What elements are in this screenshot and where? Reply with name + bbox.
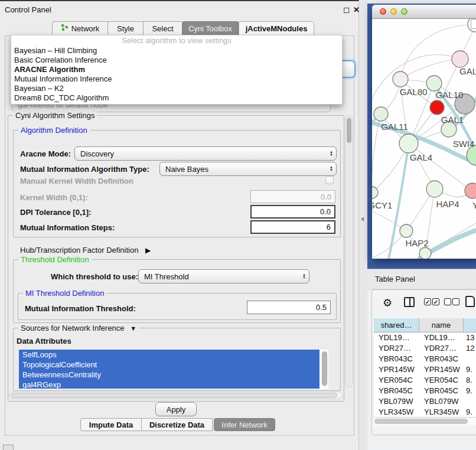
tab-style-label: Style <box>117 24 134 33</box>
column-header-shared-name[interactable]: shared… <box>374 318 419 332</box>
dpi-tolerance-field[interactable]: 0.0 <box>250 205 335 219</box>
scrollbar-thumb[interactable] <box>347 118 351 143</box>
table-row[interactable]: YBR043C YBR043C <box>374 354 476 364</box>
node-label: GAL11 <box>381 122 408 132</box>
network-node[interactable] <box>374 107 388 121</box>
column-header-name[interactable]: name <box>419 318 464 332</box>
network-node[interactable] <box>465 183 476 198</box>
node-label: HAP2 <box>405 238 428 248</box>
node-label: GCY1 <box>372 200 392 210</box>
mi-threshold-definition-title: MI Threshold Definition <box>23 289 106 298</box>
zoom-window-icon[interactable] <box>401 8 407 15</box>
algorithm-option[interactable]: Dream8 DC_TDC Algorithm <box>11 93 342 103</box>
algorithm-option[interactable]: Mutual Information Inference <box>11 74 342 84</box>
kernel-width-value: 0.0 <box>321 193 331 201</box>
table-row[interactable]: YDR27… YDR27… 12 <box>374 343 476 354</box>
canvas-widget-partial[interactable] <box>471 19 476 29</box>
network-node[interactable] <box>419 247 431 259</box>
table-row[interactable]: YER054C YER054C 8. <box>374 375 476 386</box>
aracne-mode-value: Discovery <box>80 149 327 158</box>
table-panel-title: Table Panel <box>375 275 415 283</box>
settings-horizontal-scrollbar[interactable] <box>9 392 343 399</box>
hub-definition-label: Hub/Transcription Factor Definition <box>20 246 138 255</box>
tab-infer-network-label: Infer Network <box>221 420 267 429</box>
algorithm-option[interactable]: Bayesian – Hill Climbing <box>11 46 342 56</box>
deselect-all-icon[interactable] <box>444 298 459 305</box>
table-row[interactable]: YBL079W YBL079W <box>374 396 476 407</box>
network-node[interactable] <box>393 71 408 87</box>
float-panel-icon[interactable]: ◻ <box>343 5 350 14</box>
node-label: GAL <box>459 66 476 76</box>
which-threshold-label: Which threshold to use: <box>51 272 138 281</box>
sources-group-title[interactable]: Sources for Network Inference ▼ <box>18 324 139 332</box>
network-node[interactable] <box>452 51 468 67</box>
column-header-partial[interactable] <box>464 318 476 332</box>
aracne-mode-combo[interactable]: Discovery ▲▼ <box>74 146 337 161</box>
mi-threshold-value: 0.5 <box>316 303 327 312</box>
network-node[interactable] <box>372 187 378 198</box>
table-row[interactable]: YLR345W YLR345W 9. <box>374 407 476 418</box>
node-label: GAL1 <box>441 115 464 125</box>
list-item[interactable]: BetweennessCentrality <box>19 370 319 380</box>
minimize-window-icon[interactable] <box>390 8 397 15</box>
mi-steps-field[interactable]: 6 <box>250 220 335 234</box>
node-label: Y <box>472 200 476 210</box>
new-table-icon[interactable] <box>465 296 475 307</box>
network-node[interactable] <box>400 224 413 237</box>
scrollbar-thumb[interactable] <box>374 419 468 424</box>
network-node[interactable] <box>426 181 443 197</box>
data-attributes-label: Data Attributes <box>17 337 71 345</box>
tab-cyni-toolbox-label: Cyni Toolbox <box>188 24 232 33</box>
tab-cyni-toolbox[interactable]: Cyni Toolbox <box>182 21 239 35</box>
network-node[interactable] <box>399 134 418 153</box>
table-horizontal-scrollbar[interactable] <box>373 417 476 426</box>
tab-infer-network[interactable]: Infer Network <box>214 418 275 431</box>
table-row[interactable]: YPR145W YPR145W 9. <box>374 364 476 375</box>
tab-style[interactable]: Style <box>107 21 143 35</box>
split-divider[interactable] <box>359 0 367 450</box>
algorithm-option[interactable]: Bayesian – K2 <box>11 84 342 93</box>
apply-button[interactable]: Apply <box>155 402 197 416</box>
sources-title-text: Sources for Network Inference <box>21 324 125 332</box>
tab-jactivemnodules[interactable]: jActiveMNodules <box>239 21 314 35</box>
network-node[interactable] <box>426 76 442 91</box>
node-label: GAL80 <box>400 87 428 97</box>
settings-vertical-scrollbar[interactable] <box>345 116 353 387</box>
list-vertical-scrollbar[interactable] <box>321 351 328 387</box>
panel-grip[interactable] <box>3 445 14 450</box>
manual-kernel-checkbox[interactable] <box>325 176 334 184</box>
table-row[interactable]: YDL19… YDL19… 13 <box>374 332 476 343</box>
algorithm-option-selected[interactable]: ARACNE Algorithm <box>11 65 342 74</box>
kernel-width-field[interactable]: 0.0 <box>250 190 335 203</box>
select-all-icon[interactable]: ✓ ✓ <box>424 298 439 305</box>
tab-select[interactable]: Select <box>143 21 182 35</box>
divider-collapse-icon[interactable] <box>361 217 364 221</box>
close-window-icon[interactable] <box>380 8 386 15</box>
list-item[interactable]: TopologicalCoefficient <box>19 360 319 370</box>
mi-type-label: Mutual Information Algorithm Type: <box>20 165 149 174</box>
network-canvas[interactable]: GAL GAL80 GAL10 GAL1 GAL11 SWI4 GAL4 GCY… <box>372 19 476 259</box>
network-node[interactable] <box>430 100 444 115</box>
list-item[interactable]: gal4RGexp <box>19 380 319 389</box>
which-threshold-combo[interactable]: MI Threshold ▲▼ <box>138 269 309 283</box>
column-layout-icon[interactable] <box>404 297 415 307</box>
scrollbar-thumb[interactable] <box>11 393 337 398</box>
which-threshold-value: MI Threshold <box>144 272 300 281</box>
scrollbar-thumb[interactable] <box>322 351 327 386</box>
control-panel-tabbar: Network Style Select Cyni Toolbox jActiv… <box>0 21 359 35</box>
settings-gear-icon[interactable]: ⚙ <box>383 296 392 309</box>
aracne-mode-label: Aracne Mode: <box>20 149 71 158</box>
mi-type-combo[interactable]: Naive Bayes ▲▼ <box>159 162 337 176</box>
tab-network[interactable]: Network <box>52 21 107 35</box>
data-attributes-list[interactable]: SelfLoops TopologicalCoefficient Between… <box>19 350 328 389</box>
settings-group-title: Cyni Algorithm Settings <box>13 111 97 120</box>
tab-discretize-data[interactable]: Discretize Data <box>142 418 213 431</box>
mi-threshold-field[interactable]: 0.5 <box>247 301 331 314</box>
network-window-titlebar[interactable] <box>372 5 476 19</box>
algorithm-option[interactable]: Basic Correlation Inference <box>11 56 342 65</box>
node-label: HAP4 <box>436 199 459 209</box>
tab-impute-data[interactable]: Impute Data <box>80 418 142 431</box>
table-row[interactable]: YBR045C YBR045C 9. <box>374 386 476 396</box>
tab-network-label: Network <box>71 24 100 33</box>
list-item[interactable]: SelfLoops <box>19 350 319 360</box>
